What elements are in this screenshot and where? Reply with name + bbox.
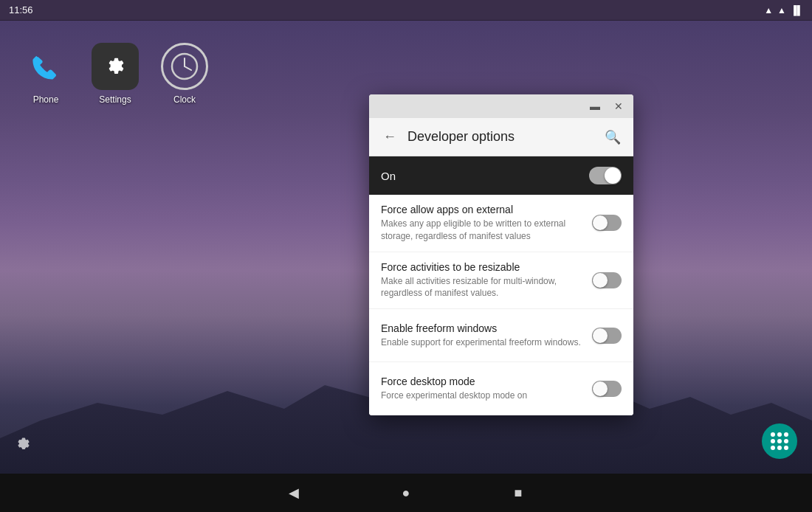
setting-freeform-title: Enable freeform windows: [381, 322, 583, 334]
nav-home-button[interactable]: ●: [394, 481, 418, 505]
svg-line-2: [185, 66, 191, 70]
app-drawer-dots-icon: [771, 432, 788, 450]
phone-label: Phone: [33, 94, 59, 105]
setting-force-resizable[interactable]: Force activities to be resizable Make al…: [369, 252, 633, 310]
desktop: Phone Settings Clock: [0, 21, 812, 474]
clock-icon-img: [161, 43, 208, 90]
status-bar: 11:56 ▲ ▲ ▐▌: [0, 0, 812, 21]
setting-freeform-toggle[interactable]: [592, 328, 622, 344]
setting-desktop-mode-toggle[interactable]: [592, 381, 622, 397]
developer-main-toggle[interactable]: [589, 167, 622, 184]
setting-force-external-text: Force allow apps on external Makes any a…: [381, 204, 583, 243]
setting-force-resizable-desc: Make all activities resizable for multi-…: [381, 275, 583, 300]
setting-freeform-text: Enable freeform windows Enable support f…: [381, 322, 583, 349]
app-bar: ← Developer options 🔍: [369, 118, 633, 156]
toggle-knob: [593, 328, 608, 343]
bottom-settings-icon[interactable]: [15, 437, 32, 459]
app-icon-clock[interactable]: Clock: [161, 43, 208, 105]
toggle-knob: [593, 273, 608, 288]
close-button[interactable]: ✕: [610, 97, 627, 115]
toggle-knob: [605, 167, 621, 184]
setting-force-resizable-text: Force activities to be resizable Make al…: [381, 261, 583, 300]
setting-desktop-mode-title: Force desktop mode: [381, 376, 583, 387]
setting-force-resizable-title: Force activities to be resizable: [381, 261, 583, 273]
nav-back-button[interactable]: ◀: [282, 481, 306, 505]
phone-icon-img: [22, 43, 69, 90]
setting-force-external-desc: Makes any app eligible to be written to …: [381, 218, 583, 243]
back-button[interactable]: ←: [375, 122, 405, 152]
on-label: On: [381, 170, 396, 182]
setting-force-resizable-toggle[interactable]: [592, 272, 622, 288]
settings-label: Settings: [99, 94, 131, 105]
desktop-app-icons: Phone Settings Clock: [22, 43, 208, 105]
battery-icon: ▐▌: [791, 5, 803, 15]
setting-desktop-mode-text: Force desktop mode Force experimental de…: [381, 376, 583, 402]
window-chrome: ▬ ✕: [369, 94, 633, 118]
minimize-button[interactable]: ▬: [586, 97, 604, 115]
app-icon-settings[interactable]: Settings: [92, 43, 139, 105]
toggle-knob: [593, 381, 608, 396]
setting-freeform[interactable]: Enable freeform windows Enable support f…: [369, 309, 633, 362]
setting-force-external-toggle[interactable]: [592, 215, 622, 231]
setting-force-external-title: Force allow apps on external: [381, 204, 583, 215]
setting-freeform-desc: Enable support for experimental freeform…: [381, 336, 583, 349]
nav-bar: ◀ ● ■: [0, 474, 812, 512]
developer-options-window: ▬ ✕ ← Developer options 🔍 On: [369, 94, 633, 415]
setting-force-external[interactable]: Force allow apps on external Makes any a…: [369, 195, 633, 252]
toggle-knob: [593, 215, 608, 230]
signal-icon: ▲: [777, 5, 786, 15]
nav-recent-button[interactable]: ■: [506, 481, 530, 505]
developer-on-row: On: [369, 156, 633, 195]
settings-list: Force allow apps on external Makes any a…: [369, 195, 633, 415]
settings-icon-img: [92, 43, 139, 90]
status-icons: ▲ ▲ ▐▌: [764, 5, 803, 15]
app-icon-phone[interactable]: Phone: [22, 43, 69, 105]
search-icon: 🔍: [605, 129, 621, 145]
clock-label: Clock: [173, 94, 196, 105]
page-title: Developer options: [407, 129, 598, 145]
search-button[interactable]: 🔍: [598, 122, 627, 152]
setting-desktop-mode[interactable]: Force desktop mode Force experimental de…: [369, 362, 633, 415]
setting-desktop-mode-desc: Force experimental desktop mode on: [381, 390, 583, 402]
back-arrow-icon: ←: [383, 129, 396, 145]
wifi-icon: ▲: [764, 5, 773, 15]
status-time: 11:56: [9, 4, 33, 15]
app-drawer-button[interactable]: [762, 423, 797, 459]
